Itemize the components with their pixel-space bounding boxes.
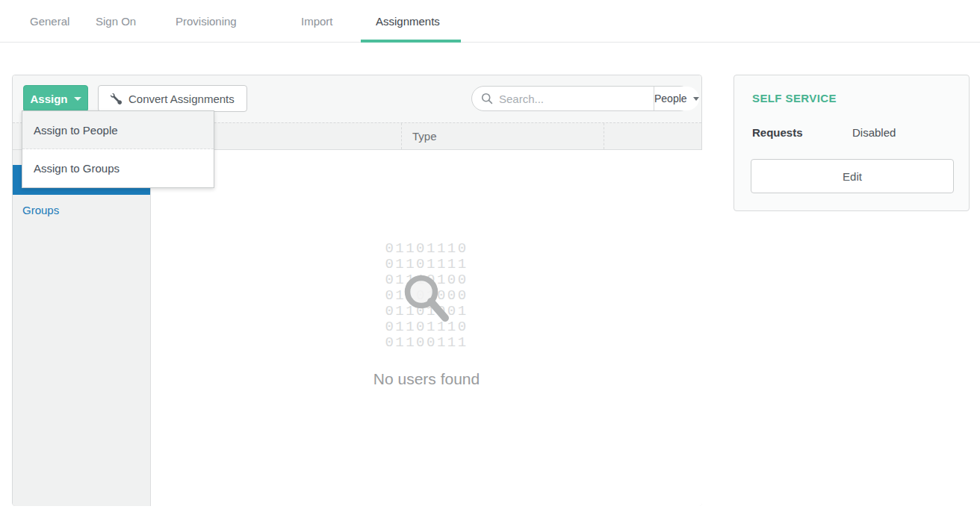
tab-general[interactable]: General (30, 15, 69, 28)
empty-state-illustration: 01101110 01101111 01110100 01101000 0110… (385, 241, 468, 351)
assignments-empty-state: 01101110 01101111 01110100 01101000 0110… (151, 150, 702, 506)
tab-sign-on[interactable]: Sign On (96, 15, 136, 28)
assign-dropdown-menu: Assign to People Assign to Groups (22, 110, 214, 188)
search-icon (481, 93, 493, 104)
binary-row: 01100111 (385, 335, 468, 351)
search-input[interactable] (493, 93, 654, 105)
binary-row: 01101110 (385, 319, 468, 335)
convert-assignments-label: Convert Assignments (128, 93, 235, 105)
binary-row: 01101001 (385, 304, 468, 319)
column-header-type[interactable]: Type (401, 123, 604, 149)
column-header-actions (604, 123, 701, 149)
binary-row: 01110100 (385, 272, 468, 288)
binary-row: 01101111 (385, 257, 468, 272)
menu-item-assign-to-people[interactable]: Assign to People (22, 111, 214, 149)
search-scope-value: People (654, 93, 687, 104)
search-control: People (471, 86, 692, 111)
chevron-down-icon (693, 97, 699, 101)
self-service-title: SELF SERVICE (752, 92, 837, 104)
requests-status: Disabled (852, 126, 896, 139)
convert-assignments-button[interactable]: Convert Assignments (98, 85, 247, 112)
edit-button[interactable]: Edit (751, 159, 954, 193)
tab-assignments[interactable]: Assignments (376, 15, 440, 28)
tab-import[interactable]: Import (301, 15, 333, 28)
menu-item-assign-to-groups[interactable]: Assign to Groups (22, 149, 214, 187)
search-scope-dropdown[interactable]: People (654, 87, 699, 110)
assign-button-label: Assign (30, 93, 67, 105)
chevron-down-icon (74, 97, 81, 101)
assign-button[interactable]: Assign (23, 85, 88, 112)
assignments-side-nav: People Groups (13, 150, 151, 506)
binary-row: 01101000 (385, 288, 468, 304)
self-service-panel: SELF SERVICE Requests Disabled Edit (734, 75, 970, 211)
binary-row: 01101110 (385, 241, 468, 257)
requests-label: Requests (752, 126, 803, 139)
empty-state-message: No users found (151, 370, 702, 388)
wrench-icon (111, 93, 122, 104)
sidebar-item-groups[interactable]: Groups (13, 195, 150, 225)
app-tabs: General Sign On Provisioning Import Assi… (0, 0, 980, 43)
sidebar-item-groups-label: Groups (22, 204, 59, 216)
tab-provisioning[interactable]: Provisioning (176, 15, 237, 28)
active-tab-indicator (361, 40, 461, 43)
search-box (472, 87, 654, 110)
